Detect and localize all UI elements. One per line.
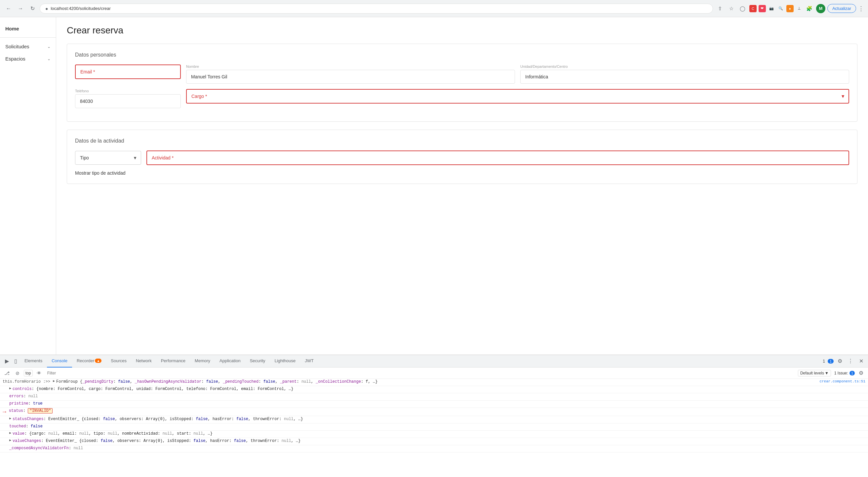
devtools-more-icon[interactable]: ⋮ [846, 357, 855, 365]
bookmark-icon[interactable]: ☆ [727, 4, 736, 13]
expand-arrow-status-changes[interactable]: ► [9, 417, 11, 420]
devtools-device-icon[interactable]: ▯ [11, 357, 20, 365]
user-avatar[interactable]: M [816, 4, 825, 13]
status-arrow-indicator: → [3, 409, 6, 415]
tab-sources[interactable]: Sources [106, 355, 131, 367]
telefono-label: Teléfono [75, 89, 181, 93]
tab-console[interactable]: Console [47, 355, 72, 367]
console-source-link-main[interactable]: crear.component.ts:51 [817, 380, 865, 383]
cargo-select-wrapper: Cargo * ▼ [186, 89, 849, 103]
console-line-value: ► value: {cargo: null, email: null, tipo… [0, 431, 868, 438]
tab-memory[interactable]: Memory [190, 355, 215, 367]
share-icon[interactable]: ⇧ [716, 4, 725, 13]
console-value-text: value: {cargo: null, email: null, tipo: … [12, 431, 865, 436]
tab-elements[interactable]: Elements [20, 355, 47, 367]
console-line-status-changes: ► statusChanges: EventEmitter_ {closed: … [0, 416, 868, 423]
expand-arrow-main[interactable]: ► [53, 380, 55, 383]
form-row-1: Nombre Manuel Torres Gil Unidad/Departam… [75, 64, 849, 84]
tipo-select[interactable]: Tipo [75, 151, 141, 165]
tab-recorder[interactable]: Recorder ▲ [72, 355, 106, 367]
cargo-select[interactable]: Cargo * [186, 89, 849, 103]
devtools-close-icon[interactable]: ✕ [857, 357, 865, 365]
console-output: this.formHorario :>> ► FormGroup {_pendi… [0, 379, 868, 477]
sidebar-solicitudes-label: Solicitudes [5, 44, 29, 49]
unidad-value: Informática [520, 70, 849, 84]
account-icon[interactable]: ◯ [738, 4, 747, 13]
default-levels-label: Default levels [800, 371, 824, 376]
zoom-ext-icon[interactable]: 🔍 [777, 5, 784, 12]
browser-actions: ⇧ ☆ ◯ C ❤ 📷 🔍 ♦ ⊥ 🧩 M Actualizar ⋮ [716, 4, 864, 13]
back-button[interactable]: ← [4, 4, 13, 13]
update-button[interactable]: Actualizar [827, 4, 856, 13]
ext-icon-2[interactable]: ⊥ [796, 5, 803, 12]
block-icon[interactable]: ⊘ [13, 369, 22, 378]
toolbar-issues-badge[interactable]: 1 Issue: 1 [834, 371, 855, 376]
sidebar-item-espacios[interactable]: Espacios ⌄ [0, 53, 56, 65]
telefono-field: Teléfono 84030 [75, 89, 181, 108]
console-line-controls: ► controls: {nombre: FormControl, cargo:… [0, 386, 868, 393]
tipo-select-wrapper: Tipo ▼ [75, 151, 141, 165]
chevron-down-icon: ⌄ [47, 44, 51, 49]
metamask-ext-icon[interactable]: ♦ [786, 5, 794, 12]
forward-button[interactable]: → [16, 4, 25, 13]
console-line-pristine: pristine: true [0, 400, 868, 408]
nombre-label: Nombre [186, 64, 515, 68]
datos-personales-title: Datos personales [75, 52, 849, 58]
console-errors-text: errors: null [9, 394, 865, 398]
issues-badge[interactable]: 1 1 [823, 359, 834, 363]
pocket-ext-icon[interactable]: ❤ [758, 5, 766, 12]
datos-actividad-section: Datos de la actividad Tipo ▼ Mostrar tip… [67, 130, 858, 184]
status-invalid-badge: "INVALID" [28, 408, 53, 414]
issues-label: 1 [823, 359, 825, 363]
address-bar[interactable]: ● localhost:4200/solicitudes/crear [40, 4, 713, 13]
console-line-value-changes: ► valueChanges: EventEmitter_ {closed: f… [0, 438, 868, 445]
show-tipo-label: Mostrar tipo de actividad [75, 170, 849, 176]
tab-jwt[interactable]: JWT [300, 355, 318, 367]
tab-lighthouse[interactable]: Lighthouse [270, 355, 301, 367]
console-pristine-text: pristine: true [9, 401, 865, 406]
clear-console-icon[interactable]: ⎇ [3, 369, 11, 378]
console-line-main: this.formHorario :>> ► FormGroup {_pendi… [0, 379, 868, 386]
devtools-toolbar: ⎇ ⊘ top 👁 Default levels ▼ 1 Issue: 1 ⚙ [0, 367, 868, 379]
nombre-field: Nombre Manuel Torres Gil [186, 64, 515, 84]
email-field [75, 64, 181, 79]
actividad-field [147, 150, 849, 165]
email-input[interactable] [75, 64, 181, 79]
sidebar-home[interactable]: Home [0, 23, 56, 35]
actividad-input[interactable] [147, 150, 849, 165]
filter-input[interactable] [45, 370, 796, 376]
form-row-actividad: Tipo ▼ [75, 150, 849, 165]
refresh-button[interactable]: ↻ [28, 4, 37, 13]
console-composed-text: _composedAsyncValidatorFn: null [9, 446, 865, 450]
sidebar-item-solicitudes[interactable]: Solicitudes ⌄ [0, 40, 56, 53]
puzzle-icon[interactable]: 🧩 [805, 4, 814, 13]
console-main-text: FormGroup {_pendingDirty: false, _hasOwn… [56, 380, 817, 384]
menu-dots-icon[interactable]: ⋮ [858, 5, 864, 12]
codeshot-ext-icon[interactable]: C [749, 5, 756, 12]
tab-performance[interactable]: Performance [156, 355, 190, 367]
console-status-changes-text: statusChanges: EventEmitter_ {closed: fa… [12, 417, 865, 421]
sidebar-espacios-label: Espacios [5, 56, 26, 62]
console-touched-text: touched: false [9, 424, 865, 429]
devtools-panel: ▶ ▯ Elements Console Recorder ▲ Sources … [0, 355, 868, 477]
tab-network[interactable]: Network [131, 355, 156, 367]
unidad-label: Unidad/Departamento/Centro [520, 64, 849, 68]
screenshot-ext-icon[interactable]: 📷 [768, 5, 775, 12]
console-line-touched: touched: false [0, 423, 868, 431]
nombre-value: Manuel Torres Gil [186, 70, 515, 84]
browser-chrome: ← → ↻ ● localhost:4200/solicitudes/crear… [0, 0, 868, 17]
devtools-inspect-icon[interactable]: ▶ [3, 357, 11, 365]
devtools-settings-icon[interactable]: ⚙ [836, 357, 844, 365]
settings-gear-icon[interactable]: ⚙ [857, 369, 865, 378]
eye-icon[interactable]: 👁 [35, 369, 43, 378]
tab-security[interactable]: Security [245, 355, 270, 367]
issues-count-badge: 1 [828, 359, 834, 363]
devtools-tab-actions: 1 1 ⚙ ⋮ ✕ [822, 357, 865, 365]
context-selector[interactable]: top [24, 370, 33, 377]
sidebar: Home Solicitudes ⌄ Espacios ⌄ [0, 17, 56, 355]
expand-arrow-value-changes[interactable]: ► [9, 439, 11, 442]
tab-application[interactable]: Application [215, 355, 245, 367]
default-levels-selector[interactable]: Default levels ▼ [798, 370, 831, 377]
expand-arrow-controls[interactable]: ► [9, 387, 11, 390]
expand-arrow-value[interactable]: ► [9, 431, 11, 435]
